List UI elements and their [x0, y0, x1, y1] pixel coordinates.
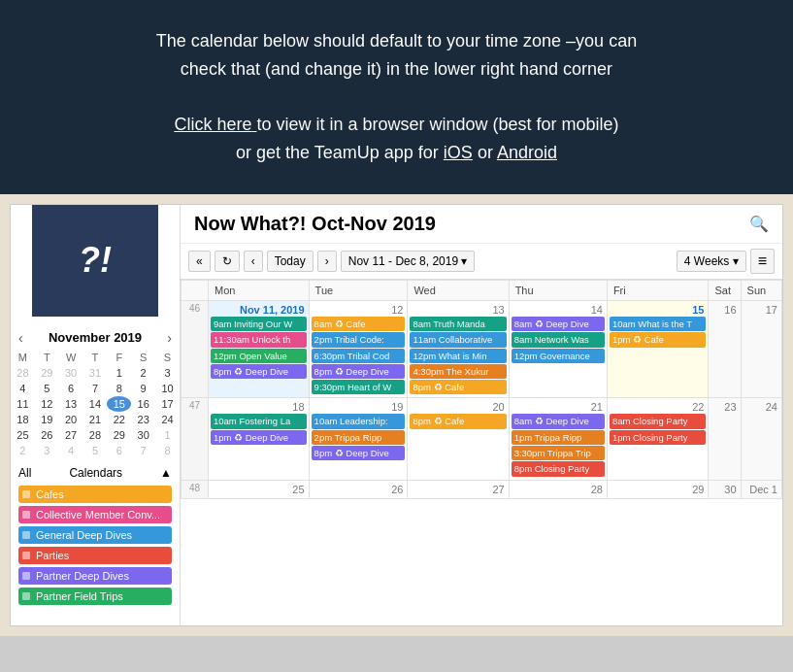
mini-day[interactable]: 17 [155, 396, 180, 412]
calendar-event[interactable]: 10am Leadership: [312, 414, 406, 428]
mini-day[interactable]: 22 [107, 412, 131, 427]
calendar-event[interactable]: 11am Collaborative [410, 332, 506, 347]
click-here-link[interactable]: Click here [174, 115, 256, 134]
calendar-event[interactable]: 12pm Governance [512, 349, 605, 363]
today-button[interactable]: Today [267, 251, 314, 272]
calendar-event[interactable]: 12pm What is Min [410, 349, 506, 363]
calendar-item-cafes[interactable]: Cafes [18, 486, 172, 503]
cal-color-dot [22, 592, 30, 600]
collapse-icon[interactable]: ▲ [160, 466, 172, 480]
calendar-event[interactable]: 2pm Trippa Ripp [312, 430, 406, 445]
mini-next-button[interactable]: › [167, 330, 172, 346]
mini-day[interactable]: 12 [35, 396, 59, 412]
calendar-event[interactable]: 12pm Open Value [211, 349, 307, 363]
calendar-event[interactable]: 8am Closing Party [610, 414, 707, 428]
search-icon[interactable]: 🔍 [749, 215, 769, 233]
calendar-event[interactable]: 8pm ♻ Cafe [410, 380, 506, 394]
mini-day[interactable]: 28 [83, 427, 108, 443]
calendar-event[interactable]: 8am ♻ Deep Dive [512, 414, 605, 428]
calendar-event[interactable]: 8pm Closing Party [512, 461, 605, 476]
mini-day[interactable]: 18 [11, 412, 35, 427]
date-range-selector[interactable]: Nov 11 - Dec 8, 2019 ▾ [341, 251, 476, 272]
calendar-item-collective[interactable]: Collective Member Conv... [18, 506, 172, 523]
mini-day[interactable]: 1 [155, 427, 180, 443]
mini-day[interactable]: 7 [83, 381, 108, 396]
calendar-event[interactable]: 2pm Tribal Code: [312, 332, 406, 347]
mini-day[interactable]: 11 [11, 396, 35, 412]
all-label[interactable]: All [18, 466, 31, 480]
mini-day[interactable]: 9 [131, 381, 155, 396]
mini-day-today[interactable]: 15 [107, 396, 131, 412]
mini-day[interactable]: 14 [83, 396, 108, 412]
mini-day[interactable]: 16 [131, 396, 155, 412]
mini-day[interactable]: 29 [107, 427, 131, 443]
mini-day[interactable]: 20 [59, 412, 83, 427]
mini-day[interactable]: 2 [131, 365, 155, 381]
mini-day[interactable]: 4 [11, 381, 35, 396]
calendar-item-field-trips[interactable]: Partner Field Trips [18, 588, 172, 605]
calendar-item-partner-deep[interactable]: Partner Deep Dives [18, 567, 172, 585]
calendar-event[interactable]: 3:30pm Trippa Trip [512, 446, 605, 460]
mini-day[interactable]: 29 [35, 365, 59, 381]
mini-day[interactable]: 24 [155, 412, 180, 427]
menu-button[interactable]: ≡ [750, 249, 775, 274]
calendar-event[interactable]: 1pm ♻ Deep Dive [211, 430, 307, 445]
calendar-event[interactable]: 8pm ♻ Deep Dive [312, 364, 406, 379]
mini-day[interactable]: 8 [155, 443, 180, 458]
next-button[interactable]: › [317, 251, 337, 272]
calendar-event[interactable]: 8am Network Was [512, 332, 605, 347]
view-selector[interactable]: 4 Weeks ▾ [677, 251, 746, 272]
calendar-item-general[interactable]: General Deep Dives [18, 526, 172, 544]
calendars-label: Calendars [69, 466, 122, 480]
calendar-event[interactable]: 9am Inviting Our W [211, 317, 307, 331]
calendar-day-22: 22 8am Closing Party 1pm Closing Party [607, 398, 709, 480]
ios-link[interactable]: iOS [444, 143, 473, 162]
mini-day[interactable]: 30 [131, 427, 155, 443]
calendar-outer: ?! ‹ November 2019 › M T W T F S S [0, 194, 793, 636]
mini-day[interactable]: 23 [131, 412, 155, 427]
prev-button[interactable]: ‹ [244, 251, 263, 272]
mini-day[interactable]: 5 [83, 443, 108, 458]
mini-prev-button[interactable]: ‹ [18, 330, 23, 346]
calendar-event[interactable]: 8pm ♻ Deep Dive [312, 446, 406, 460]
mini-day[interactable]: 26 [35, 427, 59, 443]
calendar-event[interactable]: 11:30am Unlock th [211, 332, 307, 347]
calendar-event[interactable]: 10am Fostering La [211, 414, 307, 428]
mini-day[interactable]: 21 [83, 412, 108, 427]
mini-day[interactable]: 19 [35, 412, 59, 427]
calendar-event[interactable]: 8am Truth Manda [410, 317, 506, 331]
prev-prev-button[interactable]: « [188, 251, 211, 272]
mini-day[interactable]: 5 [35, 381, 59, 396]
mini-day[interactable]: 31 [83, 365, 108, 381]
calendar-event[interactable]: 8pm ♻ Deep Dive [211, 364, 307, 379]
mini-day[interactable]: 7 [131, 443, 155, 458]
calendar-event[interactable]: 6:30pm Tribal Cod [312, 349, 406, 363]
mini-day[interactable]: 30 [59, 365, 83, 381]
mini-day[interactable]: 10 [155, 381, 180, 396]
calendar-event[interactable]: 1pm Trippa Ripp [512, 430, 605, 445]
mini-day[interactable]: 13 [59, 396, 83, 412]
calendar-event[interactable]: 1pm ♻ Cafe [610, 332, 707, 347]
calendar-event[interactable]: 1pm Closing Party [610, 430, 707, 445]
mini-day[interactable]: 2 [11, 443, 35, 458]
calendar-event[interactable]: 9:30pm Heart of W [312, 380, 406, 394]
calendar-event[interactable]: 8am ♻ Cafe [312, 317, 406, 331]
mini-day[interactable]: 3 [155, 365, 180, 381]
calendar-event[interactable]: 8pm ♻ Cafe [410, 414, 506, 428]
mini-day[interactable]: 28 [11, 365, 35, 381]
calendar-event[interactable]: 4:30pm The Xukur [410, 364, 506, 379]
android-link[interactable]: Android [497, 143, 557, 162]
day-number: 19 [312, 400, 406, 414]
calendar-event[interactable]: 8am ♻ Deep Dive [512, 317, 605, 331]
mini-day[interactable]: 27 [59, 427, 83, 443]
mini-day[interactable]: 6 [107, 443, 131, 458]
mini-day[interactable]: 8 [107, 381, 131, 396]
mini-day[interactable]: 1 [107, 365, 131, 381]
mini-day[interactable]: 4 [59, 443, 83, 458]
mini-day[interactable]: 25 [11, 427, 35, 443]
calendar-item-parties[interactable]: Parties [18, 547, 172, 564]
calendar-event[interactable]: 10am What is the T [610, 317, 707, 331]
mini-day[interactable]: 3 [35, 443, 59, 458]
mini-day[interactable]: 6 [59, 381, 83, 396]
refresh-button[interactable]: ↻ [215, 251, 240, 272]
